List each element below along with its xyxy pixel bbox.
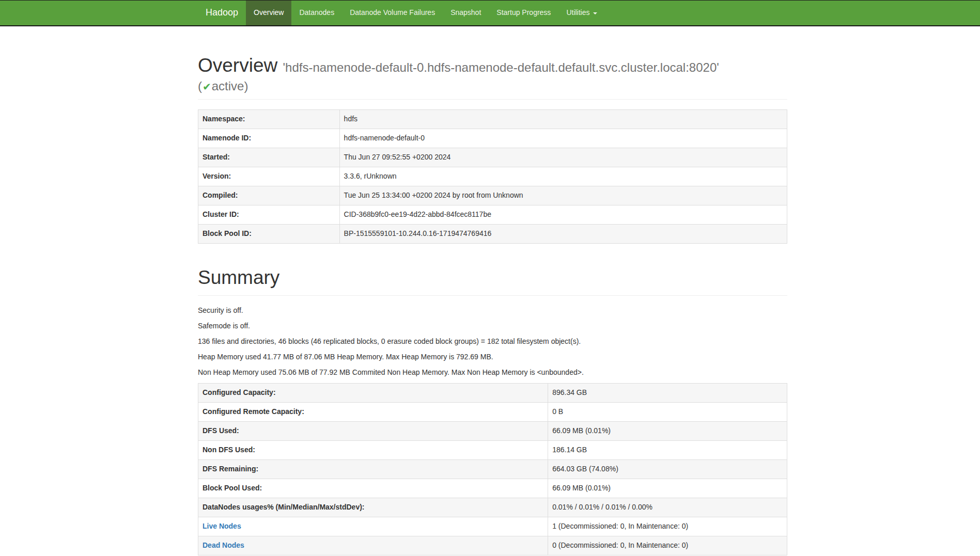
table-row: DFS Remaining: 664.03 GB (74.08%) — [198, 460, 787, 479]
row-label: DFS Remaining: — [198, 460, 548, 479]
top-navbar: Hadoop Overview Datanodes Datanode Volum… — [0, 0, 980, 26]
page-title: Overview 'hdfs-namenode-default-0.hdfs-n… — [198, 53, 787, 94]
row-value: hdfs — [339, 110, 787, 129]
nav-tab-snapshot[interactable]: Snapshot — [443, 1, 489, 25]
table-row: Block Pool ID: BP-1515559101-10.244.0.16… — [198, 225, 787, 244]
status-paren-open: ( — [198, 79, 202, 93]
row-label: Namespace: — [198, 110, 340, 129]
nav-tab-overview[interactable]: Overview — [246, 1, 291, 25]
nav-tab-datanode-volume-failures[interactable]: Datanode Volume Failures — [342, 1, 443, 25]
table-row: Block Pool Used: 66.09 MB (0.01%) — [198, 479, 787, 498]
summary-table: Configured Capacity: 896.34 GB Configure… — [198, 383, 787, 555]
row-value: 3.3.6, rUnknown — [339, 167, 787, 186]
row-label: Compiled: — [198, 186, 340, 205]
row-label: DataNodes usages% (Min/Median/Max/stdDev… — [198, 498, 548, 517]
row-label: Started: — [198, 148, 340, 167]
table-row: Configured Capacity: 896.34 GB — [198, 384, 787, 403]
dead-nodes-link[interactable]: Dead Nodes — [203, 541, 244, 549]
row-label: Version: — [198, 167, 340, 186]
row-value: 66.09 MB (0.01%) — [548, 422, 787, 441]
namenode-address: 'hdfs-namenode-default-0.hdfs-namenode-d… — [283, 60, 719, 74]
table-row: DFS Used: 66.09 MB (0.01%) — [198, 422, 787, 441]
row-value: 1 (Decommissioned: 0, In Maintenance: 0) — [548, 517, 787, 536]
nav-tab-startup-progress[interactable]: Startup Progress — [489, 1, 558, 25]
namenode-status: (✔active) — [198, 78, 787, 94]
nav-dropdown-utilities[interactable]: Utilities — [558, 1, 604, 25]
navbar-container: Hadoop Overview Datanodes Datanode Volum… — [198, 1, 787, 25]
table-row: DataNodes usages% (Min/Median/Max/stdDev… — [198, 498, 787, 517]
table-row: Namespace: hdfs — [198, 110, 787, 129]
summary-line-security: Security is off. — [198, 306, 787, 316]
row-label: Non DFS Used: — [198, 441, 548, 460]
brand-hadoop[interactable]: Hadoop — [198, 1, 246, 25]
check-icon: ✔ — [202, 81, 212, 92]
row-label: Cluster ID: — [198, 205, 340, 225]
row-value: hdfs-namenode-default-0 — [339, 129, 787, 148]
summary-line-heap: Heap Memory used 41.77 MB of 87.06 MB He… — [198, 352, 787, 362]
table-row: Compiled: Tue Jun 25 13:34:00 +0200 2024… — [198, 186, 787, 205]
status-paren-close: ) — [244, 79, 248, 93]
summary-line-filesystem: 136 files and directories, 46 blocks (46… — [198, 337, 787, 347]
row-label: Block Pool ID: — [198, 225, 340, 244]
utilities-label: Utilities — [566, 8, 589, 18]
row-label: Block Pool Used: — [198, 479, 548, 498]
row-value: CID-368b9fc0-ee19-4d22-abbd-84fcec8117be — [339, 205, 787, 225]
row-value: BP-1515559101-10.244.0.16-1719474769416 — [339, 225, 787, 244]
overview-info-table: Namespace: hdfs Namenode ID: hdfs-nameno… — [198, 109, 787, 244]
row-value: 0.01% / 0.01% / 0.01% / 0.00% — [548, 498, 787, 517]
table-row: Configured Remote Capacity: 0 B — [198, 403, 787, 422]
main-content: Overview 'hdfs-namenode-default-0.hdfs-n… — [198, 53, 787, 555]
row-value: 664.03 GB (74.08%) — [548, 460, 787, 479]
title-divider — [198, 99, 787, 100]
row-label: Configured Remote Capacity: — [198, 403, 548, 422]
summary-text: Security is off. Safemode is off. 136 fi… — [198, 306, 787, 378]
live-nodes-link[interactable]: Live Nodes — [203, 522, 241, 530]
summary-line-safemode: Safemode is off. — [198, 321, 787, 331]
page-title-text: Overview — [198, 55, 277, 76]
table-row: Cluster ID: CID-368b9fc0-ee19-4d22-abbd-… — [198, 205, 787, 225]
table-row: Namenode ID: hdfs-namenode-default-0 — [198, 129, 787, 148]
row-value: Thu Jun 27 09:52:55 +0200 2024 — [339, 148, 787, 167]
table-row: Live Nodes 1 (Decommissioned: 0, In Main… — [198, 517, 787, 536]
row-value: Tue Jun 25 13:34:00 +0200 2024 by root f… — [339, 186, 787, 205]
table-row: Started: Thu Jun 27 09:52:55 +0200 2024 — [198, 148, 787, 167]
status-label: active — [212, 79, 244, 93]
row-label: Live Nodes — [198, 517, 548, 536]
row-value: 66.09 MB (0.01%) — [548, 479, 787, 498]
row-label: Configured Capacity: — [198, 384, 548, 403]
row-label: Dead Nodes — [198, 536, 548, 555]
nav-tabs: Overview Datanodes Datanode Volume Failu… — [246, 1, 604, 25]
nav-tab-datanodes[interactable]: Datanodes — [291, 1, 342, 25]
summary-divider — [198, 295, 787, 296]
row-value: 0 (Decommissioned: 0, In Maintenance: 0) — [548, 536, 787, 555]
row-label: DFS Used: — [198, 422, 548, 441]
row-value: 186.14 GB — [548, 441, 787, 460]
row-value: 0 B — [548, 403, 787, 422]
caret-down-icon — [593, 12, 597, 14]
summary-line-nonheap: Non Heap Memory used 75.06 MB of 77.92 M… — [198, 368, 787, 378]
row-value: 896.34 GB — [548, 384, 787, 403]
row-label: Namenode ID: — [198, 129, 340, 148]
table-row: Version: 3.3.6, rUnknown — [198, 167, 787, 186]
table-row: Dead Nodes 0 (Decommissioned: 0, In Main… — [198, 536, 787, 555]
table-row: Non DFS Used: 186.14 GB — [198, 441, 787, 460]
summary-title: Summary — [198, 265, 787, 290]
